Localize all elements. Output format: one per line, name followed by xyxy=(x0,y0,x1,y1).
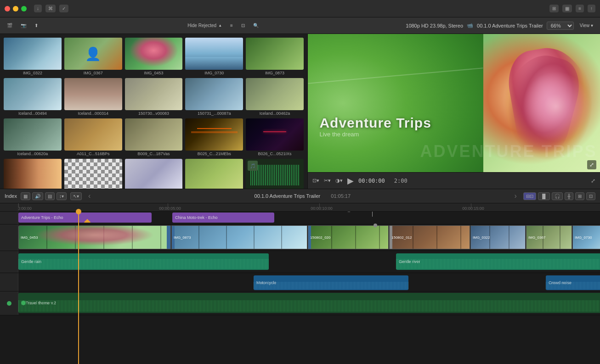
motorcycle-clip[interactable]: Motorcycle xyxy=(254,275,408,290)
list-item[interactable]: IMG_0322 xyxy=(4,38,62,75)
echo-track-row: IMG_1775 Adventure Trips - Echo China Mo… xyxy=(0,212,600,224)
snap-icon[interactable]: ⊞ xyxy=(575,192,584,200)
export-icon[interactable]: ↑ xyxy=(588,5,595,12)
timecode: 00:00:00 xyxy=(358,178,385,184)
channel-icon[interactable]: ╫ xyxy=(565,192,573,200)
share-icon[interactable]: ⬆ xyxy=(32,22,40,29)
video-track-row: IMG_0453 IMG_0873 150802_020 xyxy=(0,224,600,251)
zoom-select[interactable]: 66% 100% 50% xyxy=(547,22,574,30)
viewer-options-icon[interactable]: ⊡▾ xyxy=(312,178,319,184)
photo-icon[interactable]: 📷 xyxy=(18,22,28,29)
checkmark-icon[interactable]: ✓ xyxy=(59,5,68,12)
preview-title-main: Adventure Trips xyxy=(319,115,431,131)
playhead[interactable] xyxy=(78,212,79,364)
video-clip-150802020[interactable]: 150802_020 xyxy=(308,225,389,249)
list-item[interactable]: 👤 IMG_0367 xyxy=(64,38,122,75)
video-clip-img0730[interactable]: IMG_0730 xyxy=(572,225,600,249)
expand-icon[interactable]: ⤢ xyxy=(591,178,595,184)
list-item[interactable]: IMG_0453 xyxy=(125,38,183,75)
audio-meter-icon[interactable]: ▐▌ xyxy=(538,192,550,200)
index-button[interactable]: Index xyxy=(5,193,17,199)
list-item[interactable]: B026_C...0521IXs xyxy=(246,118,304,156)
gentle-river-clip[interactable]: Gentle river xyxy=(396,253,600,270)
list-item[interactable]: Iceland...00620a xyxy=(4,118,62,156)
toolbar-left: 🎬 📷 ⬆ xyxy=(5,22,40,29)
hide-rejected-button[interactable]: Hide Rejected ▲ xyxy=(185,22,224,29)
video-clip-img0453[interactable]: IMG_0453 xyxy=(18,225,171,249)
media-thumbnail xyxy=(185,118,243,151)
timeline-bar: Index ▦ 🔊 ▤ ↕▾ ↖▾ ‹ 00.1.0 Adventure Tri… xyxy=(0,189,600,203)
fullscreen-button[interactable]: ⤢ xyxy=(587,160,596,169)
audio-track-content-2: Motorcycle Crowd noise xyxy=(18,273,600,291)
select-tool[interactable]: ↖▾ xyxy=(70,192,82,200)
media-grid: IMG_0322 👤 IMG_0367 IMG_0453 IMG_0730 xyxy=(4,38,304,189)
echo-clip-2[interactable]: China Moto-trek - Echo xyxy=(172,213,274,223)
color-icon[interactable]: ◑▾ xyxy=(335,178,343,184)
video-clip-img0322[interactable]: IMG_0322 xyxy=(470,225,526,249)
prev-arrow[interactable]: ‹ xyxy=(85,192,93,200)
echo-clip-2-label: China Moto-trek - Echo xyxy=(175,215,218,220)
list-item[interactable]: Iceland...00462a xyxy=(246,78,304,116)
view-label-button[interactable]: View ▾ xyxy=(577,22,595,29)
next-arrow[interactable]: › xyxy=(511,192,519,200)
media-thumbnail xyxy=(125,118,183,151)
main-area: IMG_0322 👤 IMG_0367 IMG_0453 IMG_0730 xyxy=(0,34,600,189)
timeline-options-icon[interactable]: ▤ xyxy=(45,192,55,200)
list-item[interactable]: Iceland...00494 xyxy=(4,78,62,116)
list-item[interactable]: B002_C...14TNas xyxy=(64,159,122,189)
list-item[interactable]: 150731_...00087a xyxy=(185,78,243,116)
list-view-icon[interactable]: ≡ xyxy=(576,5,584,12)
list-item[interactable]: B025_C...21MEbs xyxy=(185,118,243,156)
clip-options-icon[interactable]: ⊡ xyxy=(239,22,247,29)
connection-dot xyxy=(374,224,377,227)
grid-view-icon[interactable]: ⊞ xyxy=(549,5,559,12)
video-clip-150802012[interactable]: 150802_012 xyxy=(389,225,470,249)
filmstrip-view-icon[interactable]: ▦ xyxy=(562,5,572,12)
search-icon[interactable]: 🔍 xyxy=(251,22,261,29)
list-item[interactable]: IMG_0873 xyxy=(246,38,304,75)
preview-controls: ⊡▾ ✂▾ ◑▾ ▶ 00:00:00 2:00 ⤢ xyxy=(308,172,600,189)
view-options-icon[interactable]: ≡ xyxy=(228,22,235,29)
list-item[interactable]: C003_C...WZacs xyxy=(185,159,243,189)
timeline-duration: 01:05:17 xyxy=(331,193,351,199)
traffic-lights xyxy=(5,6,27,11)
download-icon[interactable]: ↓ xyxy=(34,5,42,12)
list-item[interactable]: B028_C...21A6as xyxy=(4,159,62,189)
filter-chevron: ▲ xyxy=(218,23,222,28)
list-item[interactable]: A011_C...516BPs xyxy=(64,118,122,156)
list-item[interactable]: Iceland...000314 xyxy=(64,78,122,116)
media-label: IMG_0730 xyxy=(185,71,243,75)
preview-area: Adventure Trips Live the dream Adventure… xyxy=(308,34,600,189)
list-item[interactable]: 🎵 Travel theme v.2 xyxy=(246,159,304,189)
maximize-button[interactable] xyxy=(21,6,27,11)
video-clip-img0873[interactable]: IMG_0873 xyxy=(171,225,307,249)
minimize-button[interactable] xyxy=(13,6,18,11)
more-options-icon[interactable]: ⊡ xyxy=(586,192,595,200)
crowd-noise-clip[interactable]: Crowd noise xyxy=(546,275,600,290)
zoom-in-icon[interactable]: ⊟⊡ xyxy=(523,192,536,200)
headphones-icon[interactable]: 🎧 xyxy=(552,192,563,200)
duration: 2:00 xyxy=(394,178,408,184)
media-label: Iceland...00494 xyxy=(4,111,62,116)
list-item[interactable]: B009_C...187Vas xyxy=(125,118,183,156)
travel-theme-clip[interactable]: Travel theme v.2 xyxy=(18,293,600,313)
audio-icon[interactable]: 🔊 xyxy=(32,192,43,200)
clip-trim-handle[interactable] xyxy=(167,226,170,249)
timeline-project-title: 00.1.0 Adventure Trips Trailer xyxy=(255,193,321,199)
gentle-rain-clip[interactable]: Gentle rain xyxy=(18,253,269,270)
timeline-tracks: IMG_1775 Adventure Trips - Echo China Mo… xyxy=(0,212,600,364)
clip-appearance-icon[interactable]: ▦ xyxy=(21,192,30,200)
media-label: Iceland...000314 xyxy=(64,111,122,116)
play-button[interactable]: ▶ xyxy=(347,176,354,186)
key-icon[interactable]: ⌘ xyxy=(45,5,56,12)
ruler-time-5: 00:00:05:00 xyxy=(159,206,181,211)
video-clip-img0367[interactable]: IMG_0367 xyxy=(526,225,572,249)
list-item[interactable]: C004_C...5U6acs xyxy=(125,159,183,189)
list-item[interactable]: IMG_0730 xyxy=(185,38,243,75)
echo-clip-1[interactable]: Adventure Trips - Echo xyxy=(18,213,152,223)
close-button[interactable] xyxy=(5,6,10,11)
track-height-icon[interactable]: ↕▾ xyxy=(57,192,67,200)
trim-icon[interactable]: ✂▾ xyxy=(324,178,331,184)
list-item[interactable]: 150730...v00083 xyxy=(125,78,183,116)
film-library-icon[interactable]: 🎬 xyxy=(5,22,15,29)
